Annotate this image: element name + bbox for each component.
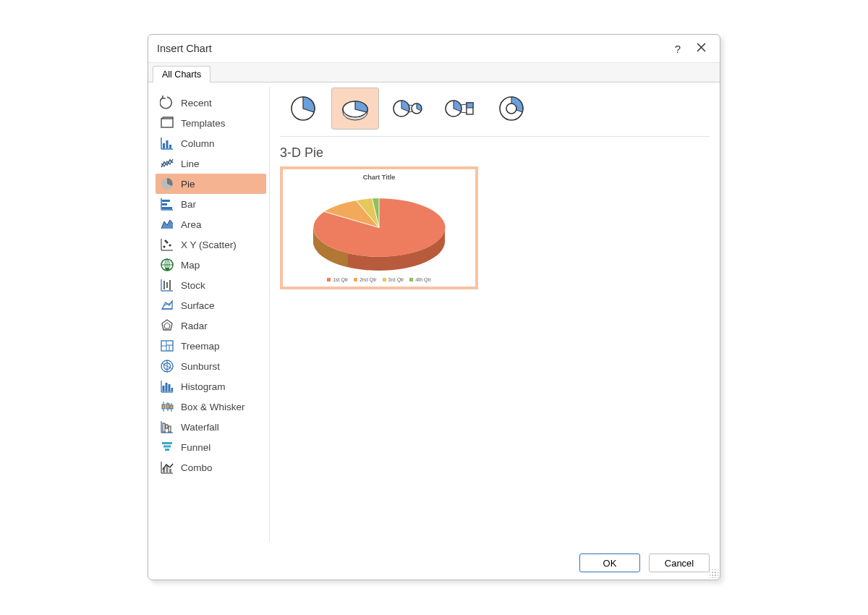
ok-button[interactable]: OK xyxy=(579,554,640,572)
svg-rect-48 xyxy=(166,383,168,391)
svg-rect-12 xyxy=(162,203,167,205)
chart-title-label: Chart Title xyxy=(363,174,395,181)
svg-rect-13 xyxy=(162,207,172,209)
sidebar-item-radar[interactable]: Radar xyxy=(156,315,266,336)
subtype-title: 3-D Pie xyxy=(280,145,710,161)
svg-rect-50 xyxy=(171,388,174,391)
sidebar-item-label: Waterfall xyxy=(181,422,219,433)
sidebar-item-scatter[interactable]: X Y (Scatter) xyxy=(156,234,266,255)
combo-icon xyxy=(160,460,174,475)
help-button[interactable]: ? xyxy=(666,43,689,55)
dialog-title: Insert Chart xyxy=(157,43,666,54)
chart-preview[interactable]: Chart Title xyxy=(280,166,478,289)
doughnut-icon xyxy=(495,94,528,123)
sidebar-item-label: Combo xyxy=(181,462,213,473)
svg-rect-49 xyxy=(169,384,171,391)
templates-icon xyxy=(160,116,174,130)
legend-item: 4th Qtr xyxy=(415,277,430,282)
titlebar: Insert Chart ? xyxy=(148,35,720,62)
sidebar-item-label: Stock xyxy=(181,280,205,291)
svg-rect-52 xyxy=(162,404,165,409)
sidebar-item-area[interactable]: Area xyxy=(156,214,266,234)
svg-point-17 xyxy=(163,245,165,247)
sidebar-item-surface[interactable]: Surface xyxy=(156,295,266,315)
svg-rect-7 xyxy=(169,145,171,148)
sidebar-item-label: Templates xyxy=(181,118,226,129)
recent-icon xyxy=(160,96,174,110)
svg-rect-54 xyxy=(166,404,169,409)
subtype-3d-pie[interactable] xyxy=(332,88,378,129)
svg-rect-47 xyxy=(163,386,165,391)
legend-item: 2nd Qtr xyxy=(359,277,376,282)
svg-rect-11 xyxy=(162,200,170,202)
svg-rect-5 xyxy=(163,143,165,148)
svg-rect-62 xyxy=(162,442,172,444)
legend-item: 3rd Qtr xyxy=(388,277,404,282)
sidebar-item-label: Surface xyxy=(181,300,215,311)
cancel-button[interactable]: Cancel xyxy=(649,554,710,572)
svg-line-80 xyxy=(461,112,467,113)
close-icon xyxy=(697,43,706,52)
subtype-doughnut[interactable] xyxy=(488,88,535,129)
sidebar-item-label: Bar xyxy=(181,199,196,210)
pie-icon xyxy=(160,177,174,191)
scatter-icon xyxy=(160,237,174,252)
map-icon xyxy=(160,258,174,272)
svg-rect-6 xyxy=(166,140,169,148)
sidebar-item-combo[interactable]: Combo xyxy=(156,457,266,478)
surface-icon xyxy=(160,298,174,313)
tab-all-charts[interactable]: All Charts xyxy=(153,66,210,82)
boxwhisker-icon xyxy=(160,399,174,414)
subtype-pie-of-pie[interactable] xyxy=(384,88,430,129)
sidebar-item-label: Treemap xyxy=(181,341,220,352)
column-icon xyxy=(160,136,174,150)
sidebar-item-histogram[interactable]: Histogram xyxy=(156,376,266,396)
sidebar-item-bar[interactable]: Bar xyxy=(156,194,266,214)
sidebar-item-label: Line xyxy=(181,158,200,169)
svg-rect-59 xyxy=(163,423,165,432)
svg-rect-69 xyxy=(169,469,171,472)
insert-chart-dialog: Insert Chart ? All Charts Recent xyxy=(148,34,720,580)
svg-rect-78 xyxy=(467,103,473,108)
svg-rect-60 xyxy=(166,425,168,428)
svg-marker-31 xyxy=(162,301,172,309)
close-button[interactable] xyxy=(689,43,712,54)
tabstrip: All Charts xyxy=(148,62,720,82)
subtype-bar-of-pie[interactable] xyxy=(436,88,482,129)
subtype-pie[interactable] xyxy=(280,88,326,129)
sidebar-item-label: Histogram xyxy=(181,381,226,392)
chart-legend: 1st Qtr 2nd Qtr 3rd Qtr 4th Qtr xyxy=(327,277,431,282)
sidebar-item-label: Funnel xyxy=(181,442,210,453)
svg-rect-63 xyxy=(163,446,171,448)
sidebar-item-funnel[interactable]: Funnel xyxy=(156,437,266,457)
sidebar-item-waterfall[interactable]: Waterfall xyxy=(156,417,266,437)
sidebar-item-column[interactable]: Column xyxy=(156,133,266,153)
pie-of-pie-icon xyxy=(391,94,424,123)
funnel-icon xyxy=(160,440,174,454)
histogram-icon xyxy=(160,379,174,394)
sidebar-item-label: Sunburst xyxy=(181,361,220,372)
dialog-footer: OK Cancel xyxy=(148,546,720,580)
sidebar-item-label: Box & Whisker xyxy=(181,402,245,412)
svg-rect-61 xyxy=(169,426,171,432)
category-sidebar: Recent Templates Column Line xyxy=(153,87,270,542)
sidebar-item-boxwhisker[interactable]: Box & Whisker xyxy=(156,396,266,417)
svg-rect-64 xyxy=(165,449,169,451)
sidebar-item-stock[interactable]: Stock xyxy=(156,275,266,295)
svg-marker-35 xyxy=(164,323,170,328)
sidebar-item-pie[interactable]: Pie xyxy=(156,174,266,194)
sidebar-item-label: Radar xyxy=(181,321,208,331)
sidebar-item-map[interactable]: Map xyxy=(156,255,266,275)
legend-item: 1st Qtr xyxy=(333,277,348,282)
sidebar-item-treemap[interactable]: Treemap xyxy=(156,336,266,356)
svg-point-20 xyxy=(164,239,166,242)
resize-grip[interactable] xyxy=(710,569,718,578)
sidebar-item-recent[interactable]: Recent xyxy=(156,93,266,113)
waterfall-icon xyxy=(160,420,174,434)
sidebar-item-label: Area xyxy=(181,219,202,230)
area-icon xyxy=(160,217,174,232)
sidebar-item-templates[interactable]: Templates xyxy=(156,113,266,133)
sidebar-item-sunburst[interactable]: Sunburst xyxy=(156,356,266,376)
sidebar-item-line[interactable]: Line xyxy=(156,153,266,174)
pie-3d-icon xyxy=(339,94,372,123)
